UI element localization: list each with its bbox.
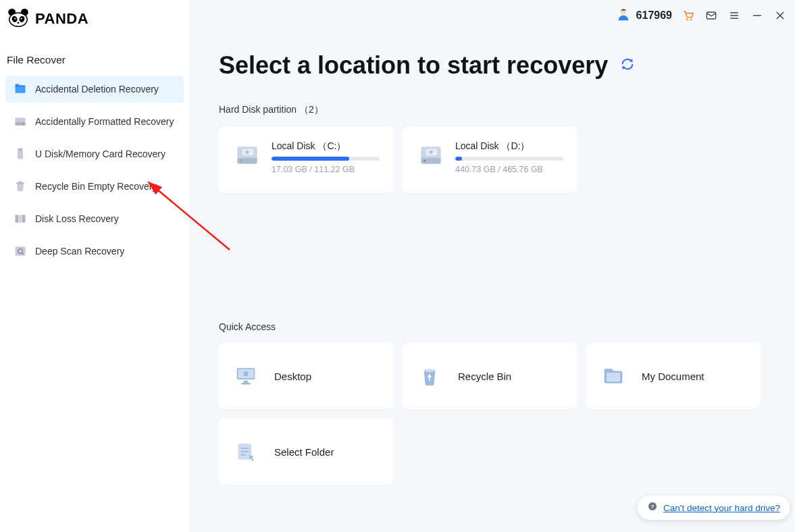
- inbox-icon[interactable]: [704, 9, 718, 22]
- hdd-icon: [232, 140, 262, 170]
- quick-label: Desktop: [274, 371, 311, 382]
- main-panel: 617969 Select a location to start recove…: [189, 0, 795, 532]
- brand-name: PANDA: [35, 10, 88, 28]
- desktop-icon: [232, 363, 259, 390]
- trash-icon: [14, 180, 27, 193]
- quick-access-label: Quick Access: [219, 321, 765, 332]
- account-id: 617969: [636, 9, 672, 22]
- quick-label: Select Folder: [274, 446, 334, 458]
- page-title: Select a location to start recovery: [219, 51, 608, 80]
- topbar: 617969: [189, 0, 795, 28]
- svg-rect-43: [244, 381, 249, 383]
- svg-text:?: ?: [651, 504, 655, 510]
- svg-rect-17: [22, 215, 26, 223]
- folder-icon: [14, 82, 27, 96]
- cart-icon[interactable]: [682, 9, 695, 22]
- quick-my-document[interactable]: My Document: [586, 343, 761, 409]
- svg-rect-45: [244, 371, 249, 376]
- svg-point-40: [429, 151, 433, 155]
- svg-point-35: [245, 151, 249, 155]
- svg-point-5: [14, 18, 16, 19]
- partition-section-label: Hard Disk partition （2）: [219, 104, 765, 116]
- partition-icon: [14, 212, 27, 225]
- disk-name: Local Disk （D:）: [455, 140, 563, 153]
- sidebar-item-accidental-deletion[interactable]: Accidental Deletion Recovery: [5, 76, 184, 103]
- panda-icon: [5, 8, 31, 30]
- sidebar-nav: Accidental Deletion Recovery Accidentall…: [0, 76, 189, 265]
- quick-label: My Document: [642, 371, 704, 382]
- sidebar-item-recycle-bin[interactable]: Recycle Bin Empty Recovery: [5, 173, 184, 200]
- svg-point-46: [424, 369, 436, 372]
- help-detect-drive[interactable]: ? Can't detect your hard drive?: [638, 496, 790, 520]
- scan-icon: [14, 244, 27, 258]
- sidebar-item-label: U Disk/Memory Card Recovery: [35, 149, 165, 159]
- refresh-icon[interactable]: [620, 57, 635, 74]
- hdd-icon: [416, 140, 446, 170]
- menu-icon[interactable]: [727, 9, 741, 22]
- sidebar-item-formatted[interactable]: Accidentally Formatted Recovery: [5, 108, 184, 135]
- sidebar-item-label: Disk Loss Recovery: [35, 213, 119, 224]
- svg-point-10: [23, 123, 24, 124]
- svg-point-6: [21, 18, 22, 19]
- select-folder-icon: [232, 438, 259, 465]
- help-icon: ?: [647, 501, 658, 514]
- disk-stats: 17.03 GB / 111.22 GB: [272, 165, 380, 174]
- disk-usage-fill: [455, 157, 462, 161]
- disk-usage-bar: [272, 157, 380, 161]
- quick-desktop[interactable]: Desktop: [219, 343, 393, 409]
- content: Select a location to start recovery Hard…: [189, 28, 795, 485]
- svg-point-33: [240, 160, 242, 162]
- quick-select-folder[interactable]: Select Folder: [219, 419, 393, 485]
- minimize-icon[interactable]: [750, 9, 764, 22]
- disk-card-d[interactable]: Local Disk （D:） 440.73 GB / 465.76 GB: [403, 127, 577, 193]
- partition-count: （2）: [299, 104, 324, 115]
- account-button[interactable]: 617969: [616, 7, 672, 24]
- usb-icon: [14, 147, 27, 161]
- sidebar-section-title: File Recover: [0, 42, 189, 76]
- quick-access-grid: Desktop Recycle Bin My Document Select F…: [219, 343, 765, 485]
- sidebar-item-deep-scan[interactable]: Deep Scan Recovery: [5, 238, 184, 265]
- svg-point-7: [17, 22, 19, 24]
- svg-rect-11: [18, 149, 23, 151]
- disk-usage-bar: [455, 157, 563, 161]
- avatar-icon: [616, 7, 631, 24]
- sidebar-item-disk-loss[interactable]: Disk Loss Recovery: [5, 205, 184, 232]
- svg-rect-14: [19, 182, 22, 183]
- sidebar-item-label: Recycle Bin Empty Recovery: [35, 181, 157, 192]
- sidebar: PANDA File Recover Accidental Deletion R…: [0, 0, 189, 532]
- disk-stats: 440.73 GB / 465.76 GB: [455, 165, 563, 174]
- svg-rect-44: [241, 383, 250, 385]
- recycle-bin-icon: [416, 363, 443, 390]
- sidebar-item-label: Accidentally Formatted Recovery: [35, 116, 174, 127]
- disk-name: Local Disk （C:）: [272, 140, 380, 153]
- help-link-text: Can't detect your hard drive?: [663, 503, 780, 513]
- close-icon[interactable]: [773, 9, 787, 22]
- quick-recycle-bin[interactable]: Recycle Bin: [403, 343, 577, 409]
- disk-list: Local Disk （C:） 17.03 GB / 111.22 GB Loc…: [219, 127, 765, 193]
- svg-rect-15: [16, 215, 19, 223]
- svg-rect-16: [19, 215, 21, 223]
- document-folder-icon: [600, 363, 627, 390]
- svg-point-23: [690, 19, 692, 21]
- partition-label-text: Hard Disk partition: [219, 104, 297, 115]
- quick-label: Recycle Bin: [458, 371, 511, 382]
- svg-point-22: [686, 19, 688, 21]
- drive-icon: [14, 115, 27, 128]
- svg-point-38: [424, 160, 426, 162]
- sidebar-item-label: Deep Scan Recovery: [35, 246, 124, 257]
- svg-rect-13: [16, 182, 24, 184]
- disk-card-c[interactable]: Local Disk （C:） 17.03 GB / 111.22 GB: [219, 127, 393, 193]
- disk-usage-fill: [272, 157, 349, 161]
- svg-rect-12: [18, 151, 23, 159]
- brand-logo: PANDA: [0, 0, 189, 42]
- sidebar-item-usb[interactable]: U Disk/Memory Card Recovery: [5, 140, 184, 167]
- svg-rect-47: [607, 373, 620, 381]
- svg-rect-24: [707, 12, 715, 19]
- sidebar-item-label: Accidental Deletion Recovery: [35, 84, 159, 95]
